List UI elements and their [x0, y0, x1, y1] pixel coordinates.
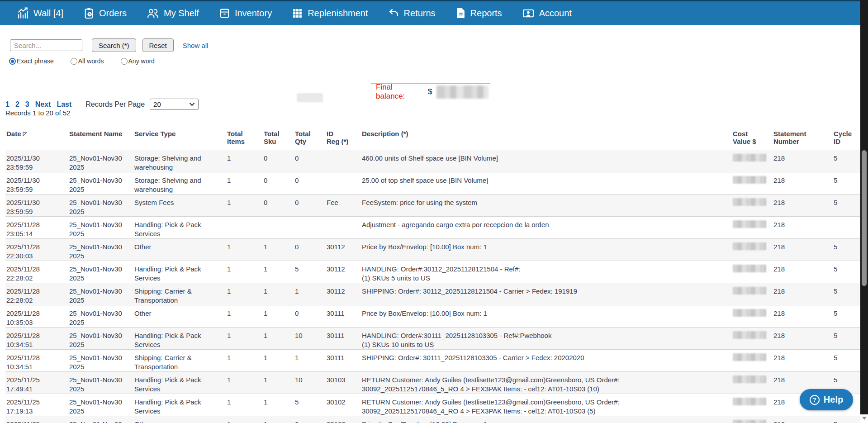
cell-cycle-id: 5 [833, 261, 860, 283]
scrollbar-thumb[interactable] [862, 150, 867, 286]
column-header-service-type[interactable]: Service Type [133, 127, 226, 150]
records-per-page-select[interactable]: 20 [150, 99, 199, 110]
cell-description: SHIPPING: Order#: 30112_20251128121504 -… [361, 283, 732, 305]
table-row: 2025/11/2810:35:0325_Nov01-Nov302025Othe… [5, 305, 860, 328]
nav-item-account[interactable]: Account [522, 8, 572, 19]
cell-total-qty: 0 [294, 239, 326, 261]
cell-service-type: Other [133, 305, 226, 328]
pagination-link-last[interactable]: Last [57, 100, 71, 109]
cell-total-sku: 0 [263, 195, 294, 217]
cell-statement-name: 25_Nov01-Nov302025 [68, 394, 133, 416]
my-shelf-people-icon [147, 8, 159, 19]
show-all-link[interactable]: Show all [183, 42, 209, 49]
cell-id-reg: 30102 [326, 394, 361, 416]
cell-statement-name: 25_Nov01-Nov302025 [68, 217, 133, 239]
column-header-id-reg[interactable]: IDReg (*) [326, 127, 361, 150]
nav-item-reports[interactable]: Reports [455, 7, 502, 19]
column-header-label: TotalSku [264, 130, 280, 145]
column-header-cost-value[interactable]: CostValue $ [732, 127, 773, 150]
cell-total-items: 1 [226, 261, 263, 283]
cell-cycle-id: 5 [833, 239, 860, 261]
cell-statement-name: 25_Nov01-Nov302025 [68, 172, 133, 195]
redacted-cost-value [733, 309, 766, 317]
nav-item-returns[interactable]: Returns [388, 8, 436, 19]
column-header-statement-name[interactable]: Statement Name [68, 127, 133, 150]
final-balance-box: Final balance: $ [371, 83, 490, 100]
nav-item-replenishment[interactable]: Replenishment [292, 8, 368, 19]
final-balance-label: Final balance: [376, 83, 422, 101]
cell-total-sku: 0 [263, 172, 294, 195]
redacted-cost-value [733, 353, 766, 361]
cell-total-qty: 0 [294, 150, 326, 172]
cell-cost-value [732, 305, 773, 328]
radio-option-any-word[interactable]: Any word [121, 57, 155, 65]
cell-date: 2025/11/2822:28:02 [5, 283, 68, 305]
statements-table: DateStatement NameService TypeTotalItems… [5, 127, 860, 423]
nav-item-my-shelf[interactable]: My Shelf [147, 8, 199, 19]
radio-unchecked-icon[interactable] [121, 58, 128, 65]
cell-statement-number: 218 [773, 261, 833, 283]
column-header-statement-number[interactable]: StatementNumber [773, 127, 833, 150]
redacted-cost-value [733, 420, 766, 423]
cell-id-reg: 30111 [326, 350, 361, 372]
cell-total-items: 1 [226, 328, 263, 350]
column-header-date[interactable]: Date [5, 127, 68, 150]
column-header-cycle-id[interactable]: CycleID [833, 127, 860, 150]
cell-date: 2025/11/2517:49:41 [5, 372, 68, 394]
cell-total-qty: 0 [294, 195, 326, 217]
column-header-description[interactable]: Description (*) [361, 127, 732, 150]
nav-item-orders[interactable]: Orders [83, 7, 127, 19]
pagination-bar: 123NextLast Records Per Page 20 [5, 99, 199, 110]
pagination-link-next[interactable]: Next [35, 100, 51, 109]
radio-option-exact-phrase[interactable]: Exact phrase [9, 57, 54, 65]
cell-date: 2025/11/2810:35:03 [5, 305, 68, 328]
cell-total-qty: 1 [294, 283, 326, 305]
cell-total-sku: 0 [263, 150, 294, 172]
radio-option-all-words[interactable]: All words [71, 57, 104, 65]
cell-description: Adjustment - agregando cargo extra por r… [361, 217, 732, 239]
cell-total-items: 1 [226, 394, 263, 416]
nav-item-inventory[interactable]: Inventory [219, 8, 272, 19]
nav-item-label: Account [539, 8, 572, 19]
column-header-total-qty[interactable]: TotalQty [294, 127, 326, 150]
redacted-cost-value [733, 398, 766, 405]
cell-total-items: 1 [226, 305, 263, 328]
pagination-link-1[interactable]: 1 [5, 100, 9, 109]
cell-id-reg: 30111 [326, 305, 361, 328]
cell-date: 2025/11/2517:19:13 [5, 394, 68, 416]
radio-unchecked-icon[interactable] [71, 58, 77, 65]
column-header-total-items[interactable]: TotalItems [226, 127, 263, 150]
cell-total-qty: 5 [294, 394, 326, 416]
redacted-cost-value [733, 265, 766, 272]
cell-statement-name: 25_Nov01-Nov302025 [68, 372, 133, 394]
column-header-label: Description (*) [362, 130, 408, 138]
redacted-blob [297, 93, 323, 102]
cell-id-reg: Fee [326, 195, 361, 217]
vertical-scrollbar [860, 0, 868, 423]
redacted-cost-value [733, 176, 766, 184]
nav-item-label: My Shelf [164, 8, 199, 19]
redacted-balance-value [436, 86, 489, 99]
radio-checked-icon[interactable] [9, 58, 16, 65]
search-input[interactable] [10, 39, 82, 51]
currency-symbol: $ [428, 87, 432, 96]
help-button[interactable]: ? Help [800, 389, 853, 410]
column-header-total-sku[interactable]: TotalSku [263, 127, 294, 150]
returns-undo-icon [388, 8, 399, 19]
cell-statement-name: 25_Nov01-Nov302025 [68, 305, 133, 328]
nav-item-wall-4[interactable]: Wall [4] [17, 7, 63, 19]
table-row: 2025/11/3023:59:5925_Nov01-Nov302025Syst… [5, 195, 860, 217]
cell-cost-value [732, 328, 773, 350]
pagination-link-2[interactable]: 2 [15, 100, 19, 109]
cell-total-qty: 5 [294, 261, 326, 283]
pagination-link-3[interactable]: 3 [25, 100, 29, 109]
reports-document-icon [455, 7, 466, 19]
chevron-down-icon [189, 102, 195, 106]
table-row: 2025/11/2525_Nov01-Nov30Other11030102Pri… [5, 416, 860, 423]
nav-item-label: Returns [404, 8, 436, 19]
reset-button[interactable]: Reset [142, 38, 174, 52]
cell-total-items: 1 [226, 239, 263, 261]
scrollbar-down-arrow-icon[interactable] [862, 417, 867, 420]
search-button[interactable]: Search (*) [92, 38, 136, 52]
cell-id-reg [326, 217, 361, 239]
